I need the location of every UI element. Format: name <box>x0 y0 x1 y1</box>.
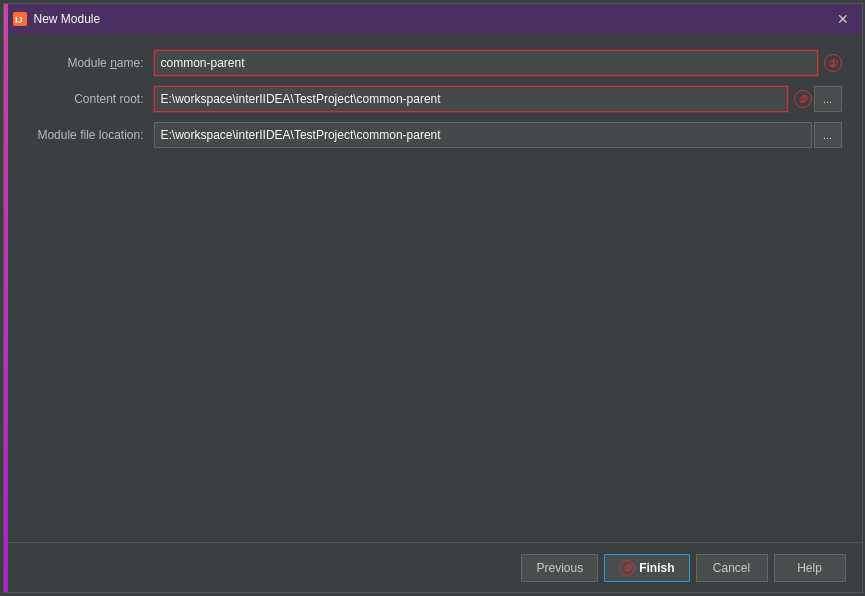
module-file-input[interactable] <box>154 122 812 148</box>
finish-button[interactable]: ③ Finish <box>604 554 689 582</box>
dialog-title: New Module <box>34 12 101 26</box>
help-button[interactable]: Help <box>774 554 846 582</box>
content-root-badge: ② <box>794 90 812 108</box>
module-name-input[interactable] <box>154 50 818 76</box>
content-root-row: Content root: ② ... <box>24 86 842 112</box>
module-file-browse-button[interactable]: ... <box>814 122 842 148</box>
module-name-input-wrapper: ① <box>154 50 842 76</box>
dialog-footer: Previous ③ Finish Cancel Help <box>4 542 862 592</box>
intellij-icon: IJ <box>12 11 28 27</box>
close-button[interactable]: ✕ <box>832 8 854 30</box>
module-file-row: Module file location: ... <box>24 122 842 148</box>
content-root-input[interactable] <box>154 86 788 112</box>
title-bar-left: IJ New Module <box>12 11 101 27</box>
dialog-content: Module name: ① Content root: ② ... Modul… <box>4 34 862 542</box>
title-bar: IJ New Module ✕ <box>4 4 862 34</box>
content-root-browse-button[interactable]: ... <box>814 86 842 112</box>
module-name-row: Module name: ① <box>24 50 842 76</box>
content-root-label: Content root: <box>24 92 154 106</box>
module-file-label: Module file location: <box>24 128 154 142</box>
left-accent <box>4 4 8 592</box>
module-name-label: Module name: <box>24 56 154 70</box>
previous-button[interactable]: Previous <box>521 554 598 582</box>
cancel-button[interactable]: Cancel <box>696 554 768 582</box>
module-file-input-wrapper: ... <box>154 122 842 148</box>
finish-badge: ③ <box>619 560 635 576</box>
finish-label: Finish <box>639 561 674 575</box>
svg-text:IJ: IJ <box>15 15 23 25</box>
module-name-badge: ① <box>824 54 842 72</box>
content-root-input-wrapper: ② ... <box>154 86 842 112</box>
content-spacer <box>24 158 842 526</box>
new-module-dialog: IJ New Module ✕ Module name: ① Content r… <box>3 3 863 593</box>
